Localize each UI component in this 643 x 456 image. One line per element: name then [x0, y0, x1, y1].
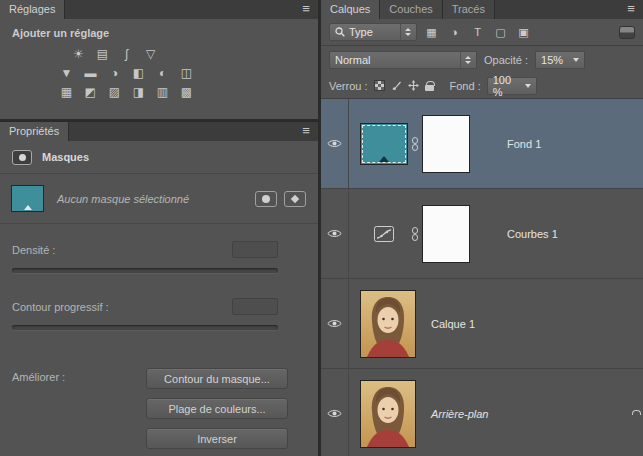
portrait-layer-thumbnail[interactable] [361, 291, 415, 357]
layers-panel: Calques Couches Tracés ≡ Type ▦ ◑ T ▢ ▣ … [321, 0, 643, 456]
hue-saturation-icon[interactable]: ▬ [80, 65, 101, 80]
levels-icon[interactable]: ▤ [92, 46, 113, 61]
density-label: Densité : [12, 244, 55, 256]
invert-icon[interactable]: ◩ [80, 84, 101, 99]
visibility-toggle[interactable] [321, 189, 349, 278]
posterize-icon[interactable]: ▨ [104, 84, 125, 99]
layer-filter-row: Type ▦ ◑ T ▢ ▣ [321, 19, 643, 46]
opacity-value: 15% [541, 54, 570, 66]
threshold-icon[interactable]: ◨ [128, 84, 149, 99]
tab-traces[interactable]: Tracés [443, 0, 495, 19]
no-mask-selected-text: Aucun masque sélectionné [57, 193, 189, 205]
lock-pixels-brush-icon[interactable] [391, 80, 402, 91]
blend-mode-row: Normal Opacité : 15% [321, 46, 643, 73]
mask-link-icon[interactable] [411, 136, 419, 152]
feather-value-field[interactable] [232, 298, 278, 315]
feather-slider[interactable] [12, 325, 278, 330]
lock-position-move-icon[interactable] [408, 80, 419, 91]
opacity-dropdown[interactable]: 15% [535, 51, 585, 69]
mask-status-row: Aucun masque sélectionné [0, 174, 318, 223]
smart-object-filter-icon[interactable]: ▣ [515, 24, 532, 40]
feather-control: Contour progressif : [12, 301, 278, 330]
layer-name: Fond 1 [507, 138, 541, 150]
photo-filter-icon[interactable]: ◐ [152, 65, 173, 80]
filter-toggle-switch[interactable] [619, 26, 635, 39]
mask-edge-button[interactable]: Contour du masque... [146, 368, 288, 389]
selective-color-icon[interactable]: ▩ [176, 84, 197, 99]
layer-row-fond-1[interactable]: Fond 1 [321, 99, 643, 189]
search-icon [335, 27, 345, 37]
color-lookup-icon[interactable]: ▦ [56, 84, 77, 99]
dropdown-arrows-icon [460, 52, 471, 68]
layer-row-arriere-plan[interactable]: Arrière-plan [321, 369, 643, 456]
tab-reglages[interactable]: Réglages [0, 0, 65, 19]
layer-name: Arrière-plan [431, 408, 488, 420]
channel-mixer-icon[interactable]: ◫ [176, 65, 197, 80]
adjustment-icon-row-3: ▦ ◩ ▨ ◨ ▥ ▩ [56, 84, 318, 99]
add-adjustment-label: Ajouter un réglage [12, 27, 318, 39]
refine-label: Améliorer : [12, 368, 65, 449]
tab-calques[interactable]: Calques [321, 0, 380, 19]
masks-section-title: Masques [42, 151, 89, 163]
properties-tabstrip: Propriétés ≡ [0, 122, 318, 141]
density-slider[interactable] [12, 268, 278, 273]
portrait-layer-thumbnail[interactable] [361, 381, 415, 447]
color-range-button[interactable]: Plage de couleurs... [146, 398, 288, 419]
visibility-toggle[interactable] [321, 99, 349, 188]
lock-row: Verrou : Fond : 100 % [321, 73, 643, 99]
density-value-field[interactable] [232, 241, 278, 258]
panel-menu-icon[interactable]: ≡ [619, 0, 643, 19]
visibility-toggle[interactable] [321, 369, 349, 456]
layer-name: Courbes 1 [507, 228, 558, 240]
curves-icon[interactable]: ʃ [116, 46, 137, 61]
feather-label: Contour progressif : [12, 301, 109, 313]
pixel-layer-filter-icon[interactable]: ▦ [423, 24, 440, 40]
chevron-down-icon [525, 84, 531, 88]
properties-panel: Propriétés ≡ Masques Aucun masque sélect… [0, 122, 318, 456]
filter-kind-label: Type [349, 26, 396, 38]
layer-row-calque-1[interactable]: Calque 1 [321, 279, 643, 369]
lock-label: Verrou : [329, 80, 368, 92]
curves-adjustment-icon[interactable] [361, 226, 407, 242]
left-panel-group: Réglages ≡ Ajouter un réglage ☀ ▤ ʃ ▽ ▼ … [0, 0, 318, 456]
gradient-map-icon[interactable]: ▥ [152, 84, 173, 99]
tab-couches[interactable]: Couches [380, 0, 442, 19]
adjustment-icon-row-1: ☀ ▤ ʃ ▽ [68, 46, 318, 61]
layer-mask-thumbnail[interactable] [423, 206, 469, 262]
eye-icon [327, 229, 342, 238]
mask-link-icon[interactable] [411, 226, 419, 242]
add-vector-mask-icon[interactable] [284, 191, 306, 207]
opacity-label: Opacité : [484, 54, 528, 66]
eye-icon [327, 409, 342, 418]
add-pixel-mask-icon[interactable] [255, 191, 277, 207]
invert-button[interactable]: Inverser [146, 428, 288, 449]
layer-row-courbes-1[interactable]: Courbes 1 [321, 189, 643, 279]
mask-preview-thumbnail [12, 186, 43, 211]
exposure-icon[interactable]: ▽ [140, 46, 161, 61]
filter-kind-dropdown[interactable]: Type [329, 23, 417, 41]
vibrance-icon[interactable]: ▼ [56, 65, 77, 80]
dropdown-arrows-icon [400, 24, 411, 40]
brightness-contrast-icon[interactable]: ☀ [68, 46, 89, 61]
type-layer-filter-icon[interactable]: T [469, 24, 486, 40]
lock-all-icon[interactable] [425, 85, 434, 91]
panel-menu-icon[interactable]: ≡ [294, 122, 318, 141]
blend-mode-dropdown[interactable]: Normal [329, 51, 477, 69]
panel-menu-icon[interactable]: ≡ [294, 0, 318, 19]
shape-layer-filter-icon[interactable]: ▢ [492, 24, 509, 40]
refine-section: Améliorer : Contour du masque... Plage d… [12, 368, 288, 449]
divider [0, 223, 318, 224]
mask-badge-icon [12, 150, 32, 165]
fill-dropdown[interactable]: 100 % [487, 77, 537, 95]
visibility-toggle[interactable] [321, 279, 349, 368]
fill-layer-thumbnail[interactable] [361, 124, 407, 164]
black-white-icon[interactable]: ◧ [128, 65, 149, 80]
color-balance-icon[interactable]: ◑ [104, 65, 125, 80]
lock-transparency-icon[interactable] [374, 80, 385, 91]
tab-proprietes[interactable]: Propriétés [0, 122, 69, 141]
adjustment-layer-filter-icon[interactable]: ◑ [446, 24, 463, 40]
adjustment-icon-row-2: ▼ ▬ ◑ ◧ ◐ ◫ [56, 65, 318, 80]
adjustments-tabstrip: Réglages ≡ [0, 0, 318, 19]
fill-value: 100 % [493, 74, 522, 98]
layer-mask-thumbnail[interactable] [423, 116, 469, 172]
